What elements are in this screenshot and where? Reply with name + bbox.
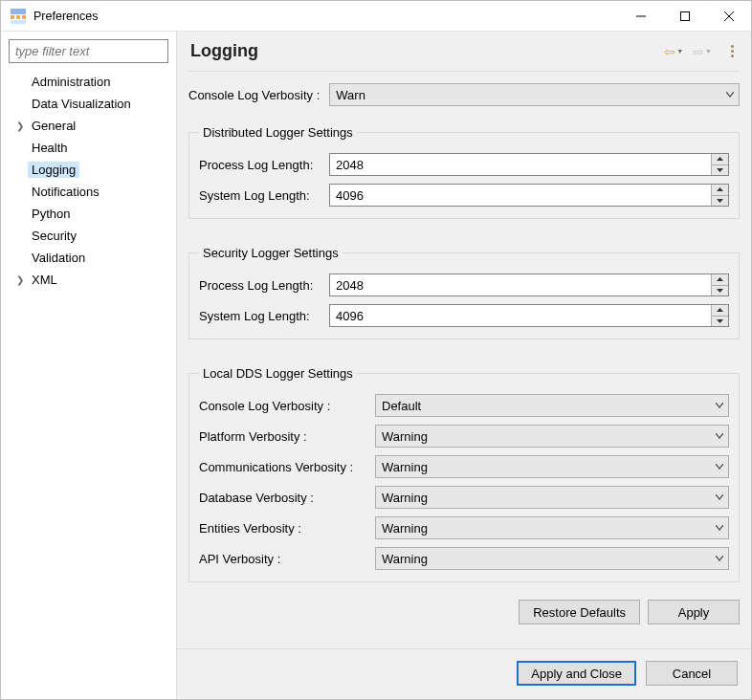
spinner-value: 2048 — [330, 274, 711, 295]
local-api-verbosity-dropdown[interactable]: Warning — [375, 547, 729, 570]
group-legend: Local DDS Logger Settings — [199, 366, 357, 381]
dialog-footer: Apply and Close Cancel — [177, 648, 751, 699]
filter-box — [9, 39, 168, 63]
dist-process-len-row: Process Log Length: 2048 — [199, 153, 729, 176]
cancel-button[interactable]: Cancel — [646, 661, 738, 686]
spin-down-button[interactable] — [712, 286, 728, 296]
security-logger-group: Security Logger Settings Process Log Len… — [188, 246, 740, 339]
tree-item-xml[interactable]: ❯XML — [5, 269, 172, 291]
field-label: Communications Verbosity : — [199, 460, 375, 474]
tree-item-validation[interactable]: Validation — [5, 247, 172, 269]
tree-item-notifications[interactable]: Notifications — [5, 181, 172, 203]
field-label: Platform Verbosity : — [199, 429, 375, 444]
spin-up-button[interactable] — [712, 305, 728, 317]
tree-item-health[interactable]: Health — [5, 137, 172, 159]
local-entities-verbosity-dropdown[interactable]: Warning — [375, 516, 729, 539]
spin-down-button[interactable] — [712, 317, 728, 327]
field-label: Database Verbosity : — [199, 491, 375, 505]
dropdown-value: Warning — [376, 456, 711, 477]
dot-icon — [731, 50, 734, 53]
page-button-row: Restore Defaults Apply — [188, 600, 740, 624]
chevron-right-icon[interactable]: ❯ — [14, 274, 26, 285]
dropdown-value: Default — [376, 395, 711, 416]
tree-item-administration[interactable]: Administration — [5, 71, 172, 93]
tree-item-security[interactable]: Security — [5, 225, 172, 247]
apply-and-close-button[interactable]: Apply and Close — [517, 661, 636, 686]
group-legend: Security Logger Settings — [199, 246, 343, 260]
minimize-button[interactable] — [619, 1, 663, 31]
tree-item-logging[interactable]: Logging — [5, 159, 172, 181]
local-database-verbosity-row: Database Verbosity : Warning — [199, 486, 729, 509]
svg-marker-10 — [717, 308, 723, 312]
dropdown-value: Warning — [376, 426, 711, 447]
spinner-value: 4096 — [330, 305, 711, 326]
dropdown-value: Warn — [330, 84, 721, 105]
dropdown-caret-icon: ▼ — [676, 48, 683, 55]
maximize-button[interactable] — [663, 1, 707, 31]
group-legend: Distributed Logger Settings — [199, 125, 357, 140]
local-platform-verbosity-dropdown[interactable]: Warning — [375, 425, 729, 448]
field-label: Process Log Length: — [199, 278, 329, 293]
local-database-verbosity-dropdown[interactable]: Warning — [375, 486, 729, 509]
local-console-verbosity-dropdown[interactable]: Default — [375, 394, 729, 417]
apply-button[interactable]: Apply — [648, 600, 740, 624]
titlebar: Preferences — [1, 1, 751, 32]
spin-down-button[interactable] — [712, 165, 728, 176]
dropdown-caret-icon: ▼ — [705, 48, 712, 55]
svg-marker-9 — [717, 289, 723, 293]
spinner-buttons — [711, 305, 728, 326]
local-dds-logger-group: Local DDS Logger Settings Console Log Ve… — [188, 366, 740, 582]
sec-system-len-row: System Log Length: 4096 — [199, 304, 729, 327]
form-area: Console Log Verbosity : Warn Distributed… — [177, 72, 751, 648]
local-console-verbosity-row: Console Log Verbosity : Default — [199, 394, 729, 417]
local-platform-verbosity-row: Platform Verbosity : Warning — [199, 425, 729, 448]
sec-process-len-row: Process Log Length: 2048 — [199, 273, 729, 296]
sidebar: Administration Data Visualization ❯Gener… — [1, 32, 177, 699]
console-verbosity-row: Console Log Verbosity : Warn — [188, 83, 740, 106]
tree-item-python[interactable]: Python — [5, 203, 172, 225]
restore-defaults-button[interactable]: Restore Defaults — [519, 600, 640, 624]
filter-input[interactable] — [9, 39, 168, 63]
console-verbosity-label: Console Log Verbosity : — [188, 88, 320, 102]
sec-system-len-spinner[interactable]: 4096 — [329, 304, 729, 327]
tree-item-data-visualization[interactable]: Data Visualization — [5, 93, 172, 115]
svg-marker-4 — [717, 157, 723, 161]
spin-up-button[interactable] — [712, 274, 728, 286]
view-menu-button[interactable] — [725, 43, 740, 59]
field-label: System Log Length: — [199, 309, 329, 323]
console-verbosity-dropdown[interactable]: Warn — [329, 83, 740, 106]
chevron-right-icon[interactable]: ❯ — [14, 120, 26, 131]
spinner-value: 2048 — [330, 154, 711, 175]
dropdown-value: Warning — [376, 487, 711, 508]
chevron-down-icon — [711, 487, 728, 508]
chevron-down-icon — [711, 548, 728, 569]
spinner-buttons — [711, 154, 728, 175]
content-pane: Logging ⇦ ▼ ⇨ ▼ Console Log Ver — [177, 32, 751, 699]
spinner-buttons — [711, 274, 728, 295]
local-communications-verbosity-dropdown[interactable]: Warning — [375, 455, 729, 478]
spin-down-button[interactable] — [712, 196, 728, 207]
forward-button[interactable]: ⇨ ▼ — [691, 43, 719, 60]
local-communications-verbosity-row: Communications Verbosity : Warning — [199, 455, 729, 478]
spinner-value: 4096 — [330, 185, 711, 206]
field-label: Entities Verbosity : — [199, 521, 375, 536]
chevron-down-icon — [711, 395, 728, 416]
svg-marker-5 — [717, 168, 723, 172]
spin-up-button[interactable] — [712, 154, 728, 165]
sec-process-len-spinner[interactable]: 2048 — [329, 273, 729, 296]
dist-process-len-spinner[interactable]: 2048 — [329, 153, 729, 176]
spin-up-button[interactable] — [712, 185, 728, 196]
dot-icon — [731, 55, 734, 57]
svg-marker-8 — [717, 277, 723, 281]
dist-system-len-spinner[interactable]: 4096 — [329, 184, 729, 207]
back-button[interactable]: ⇦ ▼ — [662, 43, 691, 60]
close-button[interactable] — [707, 1, 751, 31]
tree-item-general[interactable]: ❯General — [5, 115, 172, 137]
spinner-buttons — [711, 185, 728, 206]
field-label: Process Log Length: — [199, 158, 329, 172]
dropdown-value: Warning — [376, 517, 711, 538]
local-api-verbosity-row: API Verbosity : Warning — [199, 547, 729, 570]
field-label: System Log Length: — [199, 188, 329, 203]
window-title: Preferences — [33, 10, 619, 23]
distributed-logger-group: Distributed Logger Settings Process Log … — [188, 125, 740, 219]
